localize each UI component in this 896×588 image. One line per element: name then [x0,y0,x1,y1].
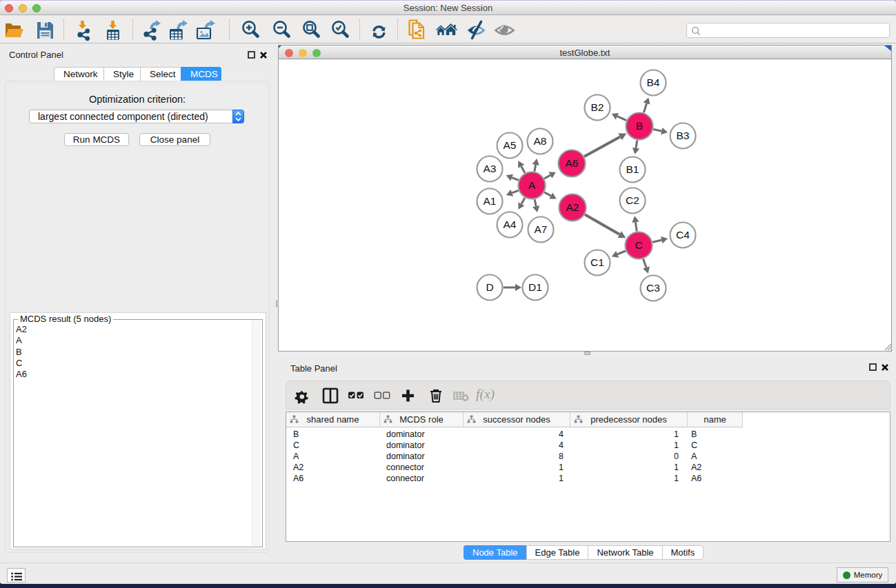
svg-text:A6: A6 [566,157,579,169]
svg-text:D: D [486,281,493,293]
svg-text:C2: C2 [626,194,639,206]
svg-text:D1: D1 [528,281,542,293]
svg-text:A7: A7 [535,223,548,235]
svg-text:B: B [636,120,643,132]
svg-text:C3: C3 [646,282,660,294]
svg-text:C: C [635,239,642,251]
svg-text:A8: A8 [534,135,547,147]
svg-text:A1: A1 [484,195,497,207]
svg-text:A: A [528,179,536,191]
svg-text:A4: A4 [504,219,517,230]
svg-text:B1: B1 [626,163,639,175]
svg-text:B4: B4 [647,77,660,88]
svg-text:B2: B2 [591,101,604,113]
svg-text:A3: A3 [484,163,497,174]
svg-text:C4: C4 [676,229,690,241]
svg-text:A2: A2 [566,201,579,213]
svg-text:C1: C1 [590,256,604,268]
svg-text:A5: A5 [504,139,517,151]
svg-text:B3: B3 [677,130,690,141]
